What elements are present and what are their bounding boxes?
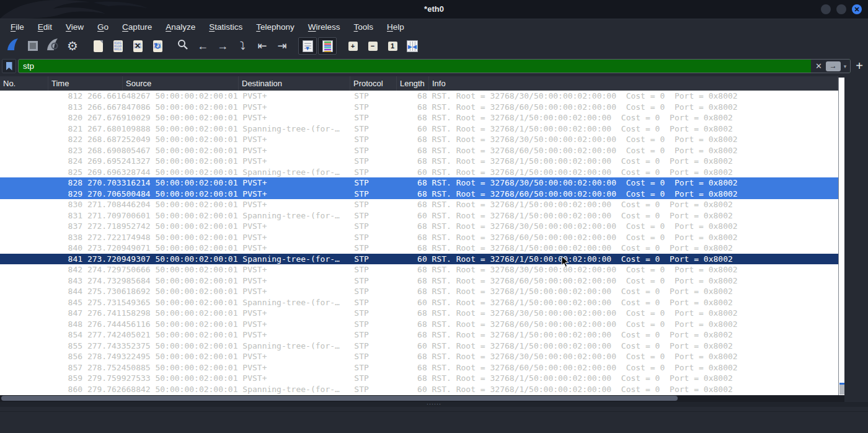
packet-row-831[interactable]: 831 271.709700601 50:00:00:02:00:01 Span…	[0, 210, 838, 221]
packet-row-843[interactable]: 843 274.732985684 50:00:00:02:00:01 PVST…	[0, 275, 838, 287]
column-header-time[interactable]: Time	[48, 76, 123, 91]
packet-row-860[interactable]: 860 279.762668842 50:00:00:02:00:01 Span…	[0, 384, 838, 395]
clear-filter-icon[interactable]: ✕	[813, 61, 825, 71]
go-back-icon: ←	[197, 40, 208, 52]
vertical-scrollbar[interactable]	[838, 78, 844, 402]
packet-row-859[interactable]: 859 279.759927533 50:00:00:02:00:01 PVST…	[0, 373, 838, 384]
vertical-scrollbar-thumb[interactable]	[839, 383, 844, 395]
go-last-packet-icon: ⇥	[277, 40, 286, 52]
zoom-out-button[interactable]: −	[363, 37, 382, 55]
menu-edit[interactable]: Edit	[31, 22, 59, 32]
wireshark-window: *eth0 ✕ FileEditViewGoCaptureAnalyzeStat…	[0, 0, 868, 433]
packet-row-840[interactable]: 840 273.720949071 50:00:00:02:00:01 PVST…	[0, 243, 838, 254]
column-header-source[interactable]: Source	[123, 76, 239, 91]
column-header-length[interactable]: Length	[397, 76, 429, 91]
close-file-button[interactable]: 01010110✕	[128, 37, 147, 55]
menu-file[interactable]: File	[4, 22, 31, 32]
packet-row-828[interactable]: 828 270.703316214 50:00:00:02:00:01 PVST…	[0, 177, 838, 189]
horizontal-scrollbar[interactable]	[0, 395, 844, 402]
go-back-button[interactable]: ←	[193, 37, 212, 55]
resize-columns-button[interactable]: ▶◀	[403, 37, 422, 55]
packet-row-825[interactable]: 825 269.696328744 50:00:00:02:00:01 Span…	[0, 167, 838, 178]
packet-row-856[interactable]: 856 278.749322495 50:00:00:02:00:01 PVST…	[0, 351, 838, 362]
packet-row-823[interactable]: 823 268.690805467 50:00:00:02:00:01 PVST…	[0, 145, 838, 156]
menu-statistics[interactable]: Statistics	[202, 22, 249, 32]
capture-options-button[interactable]: ⚙	[63, 37, 82, 55]
restart-capture-button[interactable]	[43, 37, 62, 55]
go-forward-button[interactable]: →	[213, 37, 232, 55]
stop-capture-button[interactable]	[24, 37, 42, 55]
main-toolbar: ⚙01010110001101010110✕01010110↻←→⤵⇤⇥▼+−1…	[0, 35, 868, 57]
go-last-packet-button[interactable]: ⇥	[273, 37, 291, 55]
go-to-packet-button[interactable]: ⤵	[233, 37, 252, 55]
normal-size-icon: 1	[388, 42, 397, 51]
filter-bookmark-button[interactable]	[2, 59, 16, 73]
column-header-protocol[interactable]: Protocol	[350, 76, 397, 91]
filter-dropdown-icon[interactable]: ▾	[842, 63, 849, 69]
packet-row-824[interactable]: 824 269.695241327 50:00:00:02:00:01 PVST…	[0, 156, 838, 167]
packet-row-820[interactable]: 820 267.676910029 50:00:00:02:00:01 PVST…	[0, 112, 838, 123]
packet-row-829[interactable]: 829 270.706500484 50:00:00:02:00:01 PVST…	[0, 189, 838, 200]
reload-file-button[interactable]: 01010110↻	[148, 37, 167, 55]
menu-view[interactable]: View	[59, 22, 91, 32]
column-header-info[interactable]: Info	[429, 76, 838, 91]
packet-row-855[interactable]: 855 277.743352375 50:00:00:02:00:01 Span…	[0, 341, 838, 352]
packet-row-821[interactable]: 821 267.680109888 50:00:00:02:00:01 Span…	[0, 123, 838, 135]
apply-filter-button[interactable]: →	[826, 61, 841, 71]
filter-text[interactable]: stp	[19, 61, 811, 71]
packet-row-848[interactable]: 848 276.744456116 50:00:00:02:00:01 PVST…	[0, 319, 838, 330]
packet-row-844[interactable]: 844 275.730618692 50:00:00:02:00:01 PVST…	[0, 286, 838, 297]
zoom-in-icon: +	[348, 42, 358, 51]
packet-row-845[interactable]: 845 275.731549365 50:00:00:02:00:01 Span…	[0, 297, 838, 308]
horizontal-scrollbar-thumb[interactable]	[1, 396, 678, 401]
zoom-in-button[interactable]: +	[343, 37, 362, 55]
column-header-no[interactable]: No.	[0, 76, 48, 91]
colorize-packets-icon	[322, 40, 333, 52]
minimize-button[interactable]	[821, 4, 831, 14]
normal-size-button[interactable]: 1	[383, 37, 402, 55]
display-filter-input[interactable]: stp ✕ → ▾	[18, 59, 851, 73]
auto-scroll-button[interactable]: ▼	[298, 37, 317, 55]
close-file-icon: 01010110✕	[133, 40, 143, 52]
menu-help[interactable]: Help	[380, 22, 411, 32]
packet-row-838[interactable]: 838 272.722174948 50:00:00:02:00:01 PVST…	[0, 232, 838, 243]
packet-row-842[interactable]: 842 274.729750666 50:00:00:02:00:01 PVST…	[0, 264, 838, 275]
packet-row-830[interactable]: 830 271.708446204 50:00:00:02:00:01 PVST…	[0, 199, 838, 210]
packet-row-847[interactable]: 847 276.741158298 50:00:00:02:00:01 PVST…	[0, 308, 838, 319]
restart-capture-icon	[46, 38, 60, 54]
packet-row-837[interactable]: 837 272.718952742 50:00:00:02:00:01 PVST…	[0, 221, 838, 232]
menu-go[interactable]: Go	[91, 22, 115, 32]
packet-row-841[interactable]: 841 273.720949307 50:00:00:02:00:01 Span…	[0, 254, 838, 265]
start-capture-button[interactable]	[4, 37, 22, 55]
packet-row-822[interactable]: 822 268.687252049 50:00:00:02:00:01 PVST…	[0, 134, 838, 145]
find-packet-button[interactable]	[174, 37, 192, 55]
stop-capture-icon	[28, 41, 38, 51]
zoom-out-icon: −	[368, 42, 378, 51]
packet-row-813[interactable]: 813 266.667847086 50:00:00:02:00:01 PVST…	[0, 102, 838, 113]
reload-file-icon: 01010110↻	[153, 40, 162, 52]
add-filter-button[interactable]: +	[856, 59, 863, 73]
open-file-button[interactable]	[89, 37, 107, 55]
capture-options-icon: ⚙	[67, 40, 78, 53]
colorize-packets-button[interactable]	[318, 37, 337, 55]
column-header-destination[interactable]: Destination	[239, 76, 350, 91]
packet-row-857[interactable]: 857 278.752450885 50:00:00:02:00:01 PVST…	[0, 362, 838, 373]
menu-wireless[interactable]: Wireless	[301, 22, 347, 32]
filter-bar: stp ✕ → ▾ +	[0, 57, 868, 75]
open-file-icon	[94, 40, 103, 52]
menu-analyze[interactable]: Analyze	[159, 22, 202, 32]
pane-splitter[interactable]: ······	[0, 402, 868, 407]
menu-capture[interactable]: Capture	[115, 22, 159, 32]
menu-telephony[interactable]: Telephony	[249, 22, 301, 32]
find-packet-icon	[177, 38, 189, 53]
maximize-button[interactable]	[836, 4, 846, 14]
menu-tools[interactable]: Tools	[347, 22, 381, 32]
save-file-button[interactable]: 010101100011	[108, 37, 127, 55]
close-button[interactable]: ✕	[852, 4, 862, 14]
packet-row-812[interactable]: 812 266.661648267 50:00:00:02:00:01 PVST…	[0, 91, 838, 102]
packet-row-854[interactable]: 854 277.742405021 50:00:00:02:00:01 PVST…	[0, 329, 838, 341]
packet-list[interactable]: 812 266.661648267 50:00:00:02:00:01 PVST…	[0, 91, 838, 395]
start-capture-icon	[6, 38, 20, 54]
go-first-packet-button[interactable]: ⇤	[253, 37, 272, 55]
pane-divider	[0, 411, 868, 412]
